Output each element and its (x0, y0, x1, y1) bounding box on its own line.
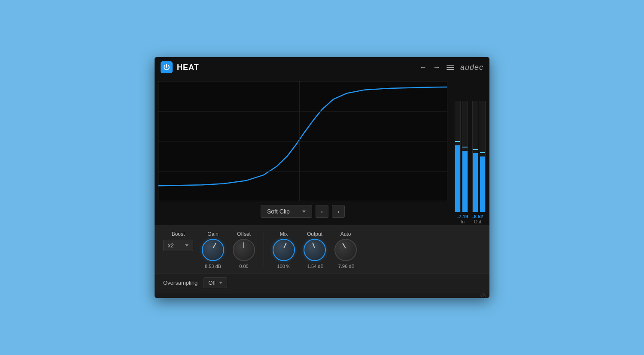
plugin-title: HEAT (177, 63, 415, 72)
back-button[interactable]: ← (419, 63, 427, 72)
main-content: Soft Clip ‹ › (155, 78, 489, 225)
input-meter-right-fill (462, 151, 468, 212)
offset-knob[interactable] (233, 239, 255, 261)
oversampling-dropdown[interactable]: Off (204, 277, 227, 288)
input-meter-left-peak (455, 141, 460, 142)
meters-container (451, 81, 489, 212)
oversampling-value: Off (208, 280, 216, 286)
brand-logo: audec (460, 63, 483, 72)
input-level-label: In (457, 219, 468, 224)
boost-chevron-icon (185, 244, 188, 247)
header-bar: HEAT ← → audec (155, 57, 489, 78)
mix-label: Mix (280, 231, 288, 237)
mix-knob-group: Mix 100 % (273, 231, 295, 269)
mix-knob[interactable] (273, 239, 295, 261)
bottom-bar: Oversampling Off (155, 273, 489, 292)
output-knob-group: Output -1.54 dB (304, 231, 326, 269)
output-meter-left-peak (473, 149, 478, 150)
input-meter-group (455, 102, 468, 212)
controls-section: Boost x2 Gain 8.53 dB Offset 0.00 Mix (155, 225, 489, 273)
auto-value: -7.96 dB (337, 264, 355, 269)
boost-group: Boost x2 (163, 231, 193, 251)
output-meter-left (472, 101, 478, 212)
meters-section: -7.19 In -8.52 Out (451, 78, 489, 225)
input-meter-right (462, 101, 468, 212)
mode-bar: Soft Clip ‹ › (158, 201, 447, 222)
mode-prev-button[interactable]: ‹ (316, 205, 328, 218)
gain-label: Gain (207, 231, 218, 237)
forward-button[interactable]: → (433, 63, 440, 72)
output-value: -1.54 dB (306, 264, 324, 269)
mode-next-button[interactable]: › (332, 205, 345, 218)
output-level-label: Out (472, 219, 483, 224)
controls-divider (264, 233, 264, 267)
input-level-value: -7.19 (457, 214, 468, 219)
curve-display (158, 81, 447, 201)
boost-dropdown[interactable]: x2 (163, 240, 193, 251)
input-meter-left (455, 101, 461, 212)
boost-label: Boost (163, 231, 193, 237)
output-meter-right (480, 101, 486, 212)
auto-label: Auto (340, 231, 351, 237)
output-level-value: -8.52 (472, 214, 483, 219)
mix-value: 100 % (277, 264, 290, 269)
offset-value: 0.00 (239, 264, 248, 269)
mode-label: Soft Clip (267, 208, 290, 215)
mode-dropdown[interactable]: Soft Clip (261, 205, 312, 218)
transfer-section: Soft Clip ‹ › (155, 78, 451, 225)
header-navigation: ← → audec (419, 63, 483, 72)
oversampling-chevron-icon (219, 282, 222, 284)
gain-value: 8.53 dB (205, 264, 221, 269)
output-meter-left-fill (473, 153, 478, 212)
scroll-bar[interactable] (155, 292, 489, 298)
output-meter-right-peak (480, 152, 485, 153)
gain-knob[interactable] (202, 239, 224, 261)
gain-knob-group: Gain 8.53 dB (202, 231, 224, 269)
auto-knob-group: Auto -7.96 dB (334, 231, 357, 269)
power-button[interactable] (161, 61, 173, 73)
output-knob[interactable] (304, 239, 326, 261)
plugin-window: HEAT ← → audec (155, 57, 489, 298)
menu-button[interactable] (447, 65, 454, 70)
offset-knob-group: Offset 0.00 (233, 231, 255, 269)
output-meter-group (472, 102, 486, 212)
offset-label: Offset (237, 231, 251, 237)
oversampling-label: Oversampling (163, 280, 197, 286)
output-label: Output (307, 231, 322, 237)
input-meter-left-fill (455, 145, 460, 212)
boost-value: x2 (168, 242, 174, 249)
auto-knob[interactable] (334, 239, 357, 261)
input-meter-right-peak (462, 147, 468, 147)
output-meter-right-fill (480, 156, 485, 212)
mode-chevron-icon (302, 211, 306, 213)
